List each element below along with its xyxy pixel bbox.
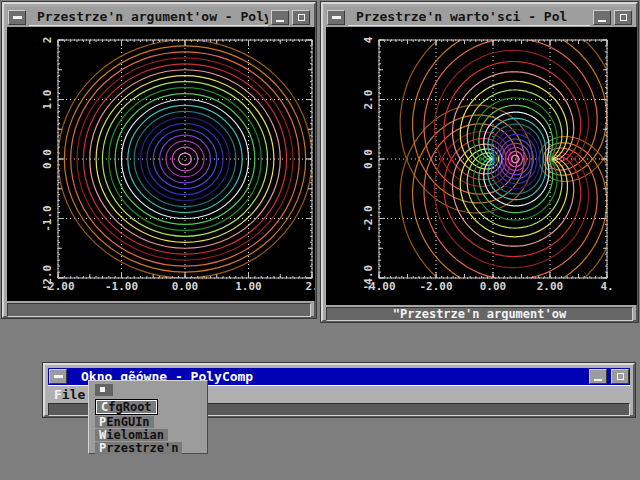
menu-item-cfgroot[interactable]: CfgRoot: [95, 399, 158, 415]
minimize-icon: [598, 20, 606, 22]
titlebar-value-space[interactable]: Przestrze'n warto'sci - Pol: [326, 7, 633, 27]
minimize-button[interactable]: [271, 10, 289, 25]
minimize-icon: [594, 379, 602, 381]
svg-text:1.00: 1.00: [235, 280, 262, 293]
maximize-icon: [620, 14, 627, 21]
status-bar: [7, 303, 311, 317]
window-title: Przestrze'n warto'sci - Pol: [348, 9, 590, 26]
menu-item-penguin[interactable]: PEnGUIn: [95, 416, 154, 428]
svg-text:-1.00: -1.00: [105, 280, 138, 293]
window-title: Przestrze'n argument'ow - Poly: [29, 9, 268, 26]
maximize-button[interactable]: [292, 10, 310, 25]
status-bar: "Przestrze'n argument'ow: [326, 307, 633, 321]
svg-text:0.0: 0.0: [362, 149, 375, 169]
window-menu-icon: [332, 16, 341, 19]
svg-text:-2.00: -2.00: [419, 280, 452, 293]
svg-text:2.00: 2.00: [537, 280, 564, 293]
window-argument-space: Przestrze'n argument'ow - Poly -2.00-1.0…: [2, 2, 316, 318]
svg-text:0.0: 0.0: [41, 149, 54, 169]
window-value-space: Przestrze'n warto'sci - Pol -4.00-2.000.…: [321, 2, 638, 322]
menu-tearoff-button[interactable]: [95, 384, 113, 396]
menu-item-wielomian[interactable]: Wielomian: [95, 429, 168, 441]
argument-space-plot: -2.00-1.000.001.002.21.00.0-1.0-2.0: [7, 27, 315, 301]
maximize-icon: [298, 14, 305, 21]
maximize-button[interactable]: [611, 369, 629, 384]
svg-text:0.00: 0.00: [172, 280, 199, 293]
window-menu-button[interactable]: [8, 10, 26, 25]
svg-text:2.0: 2.0: [362, 90, 375, 110]
svg-text:4: 4: [362, 36, 375, 43]
window-menu-icon: [13, 16, 22, 19]
window-menu-button[interactable]: [49, 369, 67, 384]
menu-item-przestrzen[interactable]: Przestrze'n: [95, 442, 182, 454]
window-menu-button[interactable]: [327, 10, 345, 25]
svg-text:-2.0: -2.0: [41, 265, 54, 292]
minimize-button[interactable]: [589, 369, 607, 384]
value-space-plot: -4.00-2.000.002.004.42.00.0-2.0-4.0: [326, 27, 637, 305]
minimize-button[interactable]: [593, 10, 611, 25]
svg-text:-1.0: -1.0: [41, 205, 54, 232]
minimize-icon: [276, 20, 284, 22]
svg-text:2: 2: [41, 37, 54, 44]
menu-file[interactable]: File: [48, 387, 91, 402]
tearoff-icon: [100, 387, 105, 392]
svg-text:0.00: 0.00: [480, 280, 507, 293]
svg-text:1.0: 1.0: [41, 90, 54, 110]
maximize-icon: [617, 373, 624, 380]
desktop: Przestrze'n argument'ow - Poly -2.00-1.0…: [0, 0, 640, 480]
svg-text:2.: 2.: [305, 280, 315, 293]
file-dropdown-menu: CfgRoot PEnGUIn Wielomian Przestrze'n: [88, 380, 208, 454]
titlebar-argument-space[interactable]: Przestrze'n argument'ow - Poly: [7, 7, 311, 27]
svg-text:4.: 4.: [600, 280, 613, 293]
svg-text:-2.0: -2.0: [362, 205, 375, 232]
svg-text:-4.0: -4.0: [362, 265, 375, 292]
maximize-button[interactable]: [614, 10, 632, 25]
window-menu-icon: [54, 375, 63, 378]
